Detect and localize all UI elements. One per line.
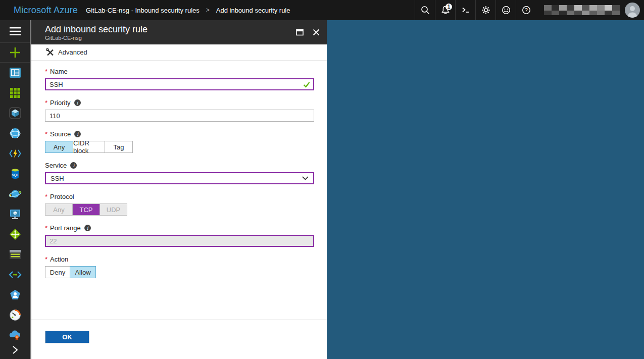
rule-form: * Name * Priority i * Source i: [31, 61, 327, 320]
action-option-deny[interactable]: Deny: [45, 266, 70, 278]
all-resources-icon: [10, 87, 21, 98]
sidebar-item-dashboard[interactable]: [0, 63, 30, 83]
source-option-any[interactable]: Any: [45, 141, 73, 153]
notifications-button[interactable]: 1: [435, 0, 455, 20]
name-input[interactable]: [45, 78, 314, 90]
notification-badge: 1: [445, 4, 452, 10]
person-icon: [625, 3, 640, 18]
monitor-icon: [9, 309, 21, 321]
action-option-allow[interactable]: Allow: [70, 266, 96, 278]
advanced-label: Advanced: [58, 48, 87, 56]
function-apps-icon: [9, 148, 22, 159]
dashboard-icon: [9, 67, 21, 78]
required-asterisk: *: [45, 224, 47, 232]
blade-title: Add inbound security rule: [45, 24, 147, 34]
svg-text:SQL: SQL: [12, 173, 18, 177]
protocol-option-udp: UDP: [100, 203, 127, 216]
cloud-shell-button[interactable]: [455, 0, 475, 20]
load-balancers-icon: [9, 228, 21, 240]
sidebar-resize-handle[interactable]: [30, 20, 31, 359]
breadcrumb: GitLab-CE-nsg - Inbound security rules >…: [86, 7, 290, 14]
app-services-icon: [9, 127, 21, 139]
azure-logo[interactable]: Microsoft Azure: [14, 5, 78, 16]
required-asterisk: *: [45, 99, 47, 107]
advisor-icon: [9, 329, 22, 341]
sidebar-item-expand[interactable]: [0, 344, 30, 356]
expand-chevron-icon: [11, 345, 19, 354]
protocol-option-any: Any: [45, 203, 73, 216]
sidebar-item-advisor[interactable]: [0, 325, 30, 345]
sidebar-item-sql-databases[interactable]: SQL: [0, 164, 30, 184]
sidebar: SQL: [0, 20, 30, 359]
sidebar-item-resource-groups[interactable]: [0, 103, 30, 123]
sidebar-item-all-resources[interactable]: [0, 83, 30, 103]
redacted-account-name: [544, 5, 620, 15]
info-icon[interactable]: i: [84, 225, 91, 231]
feedback-button[interactable]: [496, 0, 516, 20]
breadcrumb-item-add-rule[interactable]: Add inbound security rule: [216, 7, 290, 14]
maximize-button[interactable]: [296, 29, 304, 36]
dashboard-background: [327, 20, 644, 359]
avatar[interactable]: [625, 3, 640, 18]
source-option-tag[interactable]: Tag: [105, 141, 133, 153]
source-option-cidr-block[interactable]: CIDR block: [73, 141, 105, 153]
sidebar-item-load-balancers[interactable]: [0, 224, 30, 244]
virtual-machines-icon: [9, 208, 21, 220]
settings-button[interactable]: [475, 0, 496, 20]
menu-icon: [9, 27, 21, 36]
protocol-toggle-group: Any TCP UDP: [45, 203, 314, 216]
name-group: * Name: [45, 68, 314, 90]
service-selected-value: SSH: [51, 175, 64, 182]
help-button[interactable]: ?: [516, 0, 536, 20]
valid-check-icon: [303, 81, 310, 88]
required-asterisk: *: [45, 130, 47, 138]
required-asterisk: *: [45, 193, 47, 200]
search-button[interactable]: [415, 0, 435, 20]
sidebar-item-monitor[interactable]: [0, 305, 30, 325]
breadcrumb-item-nsg[interactable]: GitLab-CE-nsg - Inbound security rules: [86, 7, 200, 14]
ok-button[interactable]: OK: [45, 331, 89, 343]
service-dropdown[interactable]: SSH: [45, 172, 314, 184]
info-icon[interactable]: i: [74, 99, 81, 106]
protocol-label: * Protocol: [45, 193, 314, 200]
action-group: * Action Deny Allow: [45, 255, 314, 278]
sidebar-item-azure-active-directory[interactable]: [0, 285, 30, 305]
azure-active-directory-icon: [9, 289, 21, 301]
search-icon: [420, 5, 431, 16]
service-group: Service i SSH: [45, 162, 314, 184]
priority-input[interactable]: [45, 110, 314, 122]
info-icon[interactable]: i: [70, 162, 77, 169]
feedback-smiley-icon: [501, 5, 512, 16]
advanced-toolbar-button[interactable]: Advanced: [31, 44, 327, 61]
priority-label: * Priority i: [45, 99, 314, 107]
sidebar-item-new[interactable]: [0, 42, 30, 63]
virtual-networks-icon: [8, 270, 22, 279]
sql-databases-icon: SQL: [10, 168, 21, 180]
protocol-option-tcp: TCP: [72, 203, 100, 216]
close-button[interactable]: [313, 29, 320, 36]
maximize-icon: [296, 29, 304, 36]
storage-accounts-icon: [9, 249, 21, 260]
port-range-input: [45, 235, 314, 247]
sidebar-item-storage-accounts[interactable]: [0, 244, 30, 265]
blade-footer: OK: [31, 320, 327, 359]
action-toggle-group: Deny Allow: [45, 266, 314, 278]
add-inbound-rule-blade: Add inbound security rule GitLab-CE-nsg: [31, 20, 327, 359]
blade-header: Add inbound security rule GitLab-CE-nsg: [31, 20, 327, 44]
cloud-shell-icon: [460, 5, 471, 16]
sidebar-item-virtual-machines[interactable]: [0, 204, 30, 224]
required-asterisk: *: [45, 68, 47, 75]
port-range-group: * Port range i: [45, 224, 314, 247]
sidebar-item-function-apps[interactable]: [0, 143, 30, 164]
sidebar-item-menu[interactable]: [0, 20, 30, 42]
sidebar-item-cosmos-db[interactable]: [0, 184, 30, 204]
required-asterisk: *: [45, 255, 47, 263]
chevron-down-icon: [302, 176, 309, 180]
tools-icon: [46, 48, 55, 57]
source-group: * Source i Any CIDR block Tag: [45, 130, 314, 153]
info-icon[interactable]: i: [74, 131, 81, 137]
sidebar-item-virtual-networks[interactable]: [0, 265, 30, 285]
sidebar-item-app-services[interactable]: [0, 123, 30, 143]
source-label: * Source i: [45, 130, 314, 138]
account-area[interactable]: [536, 0, 644, 20]
